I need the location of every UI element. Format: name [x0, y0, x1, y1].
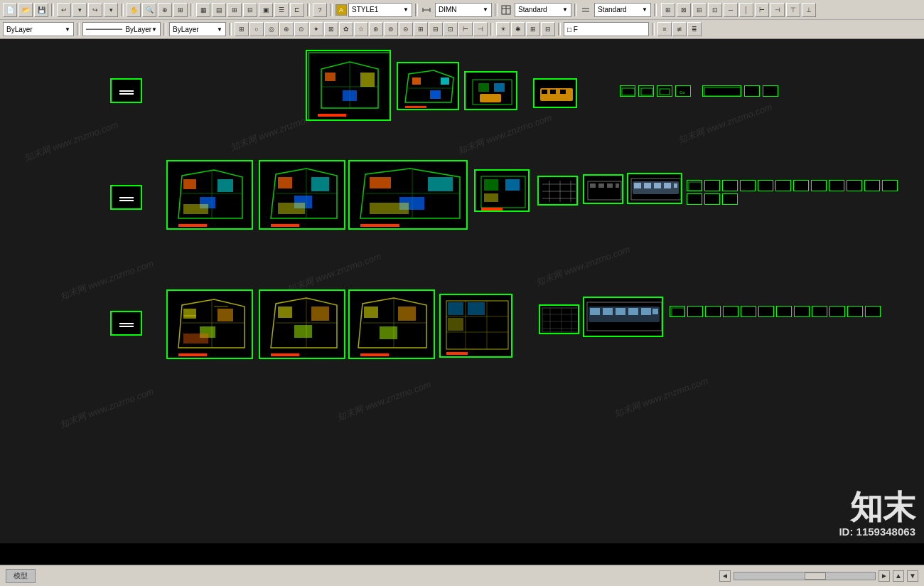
extra-btn2[interactable]: ⊠ — [677, 3, 691, 17]
model-tab[interactable]: 模型 — [6, 569, 36, 583]
thumb-r3-12[interactable] — [865, 306, 881, 317]
r2-btn8[interactable]: ✿ — [339, 22, 353, 36]
thumb-r2-9[interactable] — [829, 180, 844, 191]
mline-style-dropdown[interactable]: Standard ▼ — [594, 3, 651, 17]
thumb-r2-6[interactable] — [775, 180, 791, 191]
r2-btn5[interactable]: ⊙ — [294, 22, 308, 36]
scroll-right-btn[interactable]: ► — [879, 570, 890, 582]
thumb-r3-1[interactable] — [670, 306, 685, 317]
r2-btn7[interactable]: ⊠ — [324, 22, 338, 36]
undo-btn[interactable]: ↩ — [57, 3, 71, 17]
extra-btn5[interactable]: ─ — [724, 3, 738, 17]
linetype-dropdown[interactable]: ByLayer ▼ — [169, 22, 226, 36]
extra-btn6[interactable]: │ — [739, 3, 753, 17]
r2-btn13[interactable]: ⊞ — [414, 22, 428, 36]
thumb-r3-2[interactable] — [687, 306, 703, 317]
zoom-btn[interactable]: 🔍 — [142, 3, 156, 17]
scroll-down-btn[interactable]: ▼ — [907, 570, 918, 582]
grid1-btn[interactable]: ▦ — [196, 3, 210, 17]
layout-btn[interactable]: ▣ — [259, 3, 273, 17]
light-btn2[interactable]: ✱ — [511, 22, 525, 36]
grid2-btn[interactable]: ▤ — [212, 3, 226, 17]
r2-btn3[interactable]: ◎ — [264, 22, 279, 36]
light-btn4[interactable]: ⊟ — [541, 22, 555, 36]
sheet-row3-plan4[interactable] — [439, 294, 512, 358]
tile-btn[interactable]: ⊟ — [243, 3, 257, 17]
scroll-up-btn[interactable]: ▲ — [893, 570, 904, 582]
thumb-r1-6[interactable] — [763, 85, 778, 97]
thumb-r3-7[interactable] — [776, 306, 792, 317]
thumb-r2-15[interactable] — [722, 193, 738, 205]
thumb-r1-3[interactable] — [657, 85, 672, 97]
dim-btn[interactable]: ⊏ — [290, 3, 304, 17]
r2-btn10[interactable]: ⊛ — [369, 22, 383, 36]
f-field[interactable]: □ F — [564, 22, 649, 36]
thumb-r2-3[interactable] — [722, 180, 738, 191]
r2-btn14[interactable]: ⊟ — [429, 22, 443, 36]
undo-dropdown[interactable]: ▾ — [72, 3, 87, 17]
thumb-r2-7[interactable] — [793, 180, 809, 191]
extra2-btn2[interactable]: ≢ — [672, 22, 687, 36]
r2-btn1[interactable]: ⊞ — [235, 22, 249, 36]
sheet-row2-plan2[interactable] — [259, 160, 345, 230]
thumb-r2-4[interactable] — [740, 180, 756, 191]
r2-btn15[interactable]: ⊡ — [444, 22, 458, 36]
extra-btn9[interactable]: ⊤ — [786, 3, 800, 17]
light-btn3[interactable]: ⊞ — [526, 22, 540, 36]
grid3-btn[interactable]: ⊞ — [227, 3, 242, 17]
thumb-r1-4[interactable]: Co — [675, 85, 691, 97]
sheet-row3-plan3[interactable] — [348, 289, 435, 359]
r2-btn6[interactable]: ✦ — [309, 22, 323, 36]
canvas-area[interactable]: 知末网 www.znzmo.com 知末网 www.znzmo.com 知末网 … — [0, 39, 924, 543]
redo-dropdown[interactable]: ▾ — [104, 3, 118, 17]
thumb-r2-13[interactable] — [687, 193, 702, 205]
prop-btn[interactable]: ☰ — [274, 3, 289, 17]
sheet-row1-plan3[interactable] — [464, 71, 517, 110]
help-btn[interactable]: ? — [313, 3, 327, 17]
thumb-r2-5[interactable] — [758, 180, 773, 191]
thumb-r2-8[interactable] — [811, 180, 827, 191]
thumb-r2-1[interactable] — [687, 180, 702, 191]
save-btn[interactable]: 💾 — [34, 3, 48, 17]
sheet-row3-wide[interactable] — [583, 297, 663, 337]
thumb-r3-3[interactable] — [705, 306, 721, 317]
dim-style-dropdown[interactable]: DIMN ▼ — [435, 3, 492, 17]
r2-btn16[interactable]: ⊢ — [458, 22, 473, 36]
r2-btn4[interactable]: ⊕ — [279, 22, 294, 36]
layer-dropdown[interactable]: ByLayer ▼ — [3, 22, 74, 36]
thumb-r2-2[interactable] — [704, 180, 720, 191]
zoom2-btn[interactable]: ⊕ — [158, 3, 172, 17]
sheet-row2-plan1[interactable] — [166, 160, 253, 230]
extra2-btn1[interactable]: ≡ — [657, 22, 672, 36]
r2-btn2[interactable]: ○ — [249, 22, 264, 36]
new-btn[interactable]: 📄 — [3, 3, 17, 17]
thumb-r2-11[interactable] — [864, 180, 880, 191]
sheet-row2-wide[interactable] — [627, 173, 682, 204]
sheet-row1-plan1[interactable] — [306, 50, 391, 121]
extra-btn8[interactable]: ⊣ — [770, 3, 785, 17]
extra2-btn3[interactable]: ≣ — [687, 22, 702, 36]
sheet-row2-plan3[interactable] — [348, 160, 468, 230]
zoom3-btn[interactable]: ⊞ — [173, 3, 188, 17]
scroll-left-btn[interactable]: ◄ — [719, 570, 731, 582]
redo-btn[interactable]: ↪ — [88, 3, 102, 17]
sheet-row3-tiny1[interactable] — [539, 304, 579, 334]
extra-btn1[interactable]: ⊞ — [661, 3, 675, 17]
thumb-r2-14[interactable] — [704, 193, 720, 205]
thumb-r3-9[interactable] — [812, 306, 827, 317]
r2-btn9[interactable]: ☆ — [354, 22, 368, 36]
light-btn1[interactable]: ☀ — [496, 22, 510, 36]
sheet-row2-tiny2[interactable] — [583, 174, 623, 204]
sheet-row1-plan4[interactable] — [533, 78, 577, 108]
r2-btn17[interactable]: ⊣ — [473, 22, 488, 36]
thumb-r3-6[interactable] — [758, 306, 774, 317]
sheet-row2-plan4[interactable] — [474, 169, 530, 212]
thumb-r1-wide[interactable] — [702, 85, 741, 97]
color-dropdown[interactable]: ByLayer ▼ — [82, 22, 161, 36]
scroll-track[interactable] — [734, 572, 876, 580]
sheet-row3-plan2[interactable] — [259, 289, 345, 359]
table-style-dropdown[interactable]: Standard ▼ — [515, 3, 571, 17]
thumb-r1-2[interactable] — [638, 85, 654, 97]
thumb-r3-10[interactable] — [829, 306, 845, 317]
thumb-r3-11[interactable] — [847, 306, 863, 317]
